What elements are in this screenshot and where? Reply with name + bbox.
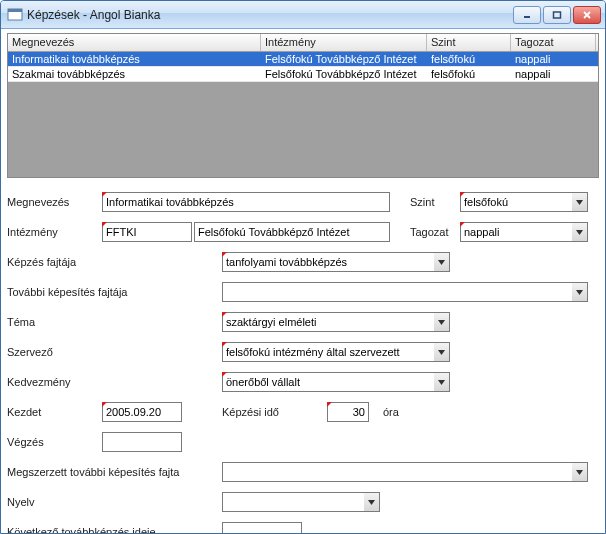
tema-select[interactable]: szaktárgyi elméleti [222, 312, 450, 332]
maximize-button[interactable] [543, 6, 571, 24]
label-kedvezmeny: Kedvezmény [7, 376, 222, 388]
megnevezes-input[interactable] [102, 192, 390, 212]
cell-intezmeny: Felsőfokú Továbbképző Intézet [261, 52, 427, 66]
intezmeny-code-input[interactable] [102, 222, 192, 242]
label-megszerzett: Megszerzett további képesítés fajta [7, 466, 222, 478]
tema-value: szaktárgyi elméleti [226, 316, 432, 328]
label-szervezo: Szervező [7, 346, 222, 358]
szint-value: felsőfokú [464, 196, 570, 208]
cell-tagozat: nappali [511, 67, 596, 81]
col-header-megnevezes[interactable]: Megnevezés [8, 34, 261, 51]
kedvezmeny-select[interactable]: önerőből vállalt [222, 372, 450, 392]
tovabbi-kepesites-fajtaja-select[interactable] [222, 282, 588, 302]
tagozat-select[interactable]: nappali [460, 222, 588, 242]
kedvezmeny-value: önerőből vállalt [226, 376, 432, 388]
grid-body: Informatikai továbbképzés Felsőfokú Tová… [8, 52, 598, 177]
label-vegzes: Végzés [7, 436, 102, 448]
table-row[interactable]: Informatikai továbbképzés Felsőfokú Tová… [8, 52, 598, 67]
cell-szint: felsőfokú [427, 67, 511, 81]
svg-rect-1 [8, 9, 22, 12]
label-megnevezes: Megnevezés [7, 196, 102, 208]
chevron-down-icon [572, 283, 587, 301]
col-header-szint[interactable]: Szint [427, 34, 511, 51]
label-tagozat: Tagozat [410, 226, 460, 238]
chevron-down-icon [434, 253, 449, 271]
label-kovetkezo: Következő továbbképzés ideje [7, 526, 222, 534]
table-row[interactable]: Szakmai továbbképzés Felsőfokú Továbbkép… [8, 67, 598, 82]
label-tovabbi-kepesites-fajtaja: További képesítés fajtája [7, 286, 222, 298]
chevron-down-icon [572, 193, 587, 211]
nyelv-select[interactable] [222, 492, 380, 512]
intezmeny-name-input[interactable] [194, 222, 390, 242]
chevron-down-icon [572, 223, 587, 241]
szervezo-select[interactable]: felsőfokú intézmény által szervezett [222, 342, 450, 362]
label-kezdet: Kezdet [7, 406, 102, 418]
chevron-down-icon [434, 313, 449, 331]
close-button[interactable] [573, 6, 601, 24]
cell-megnevezes: Szakmai továbbképzés [8, 67, 261, 81]
chevron-down-icon [572, 463, 587, 481]
kepzesi-ido-input[interactable] [327, 402, 369, 422]
megszerzett-select[interactable] [222, 462, 588, 482]
cell-tagozat: nappali [511, 52, 596, 66]
kepzes-fajtaja-select[interactable]: tanfolyami továbbképzés [222, 252, 450, 272]
window-title: Képzések - Angol Bianka [27, 8, 513, 22]
col-header-tagozat[interactable]: Tagozat [511, 34, 596, 51]
svg-rect-3 [554, 12, 561, 18]
cell-szint: felsőfokú [427, 52, 511, 66]
cell-megnevezes: Informatikai továbbképzés [8, 52, 261, 66]
chevron-down-icon [434, 373, 449, 391]
label-ora: óra [383, 406, 399, 418]
app-icon [7, 7, 23, 23]
label-tema: Téma [7, 316, 222, 328]
training-grid[interactable]: Megnevezés Intézmény Szint Tagozat Infor… [7, 33, 599, 178]
kepzes-fajtaja-value: tanfolyami továbbképzés [226, 256, 432, 268]
kovetkezo-input[interactable] [222, 522, 302, 534]
label-kepzes-fajtaja: Képzés fajtája [7, 256, 222, 268]
label-nyelv: Nyelv [7, 496, 222, 508]
chevron-down-icon [364, 493, 379, 511]
szint-select[interactable]: felsőfokú [460, 192, 588, 212]
chevron-down-icon [434, 343, 449, 361]
tagozat-value: nappali [464, 226, 570, 238]
label-szint: Szint [410, 196, 460, 208]
szervezo-value: felsőfokú intézmény által szervezett [226, 346, 432, 358]
label-kepzesi-ido: Képzési idő [222, 406, 327, 418]
kezdet-input[interactable] [102, 402, 182, 422]
label-intezmeny: Intézmény [7, 226, 102, 238]
grid-header[interactable]: Megnevezés Intézmény Szint Tagozat [8, 34, 598, 52]
window-frame: Képzések - Angol Bianka Megnevezés Intéz… [0, 0, 606, 534]
minimize-button[interactable] [513, 6, 541, 24]
titlebar[interactable]: Képzések - Angol Bianka [1, 1, 605, 29]
vegzes-input[interactable] [102, 432, 182, 452]
col-header-intezmeny[interactable]: Intézmény [261, 34, 427, 51]
cell-intezmeny: Felsőfokú Továbbképző Intézet [261, 67, 427, 81]
